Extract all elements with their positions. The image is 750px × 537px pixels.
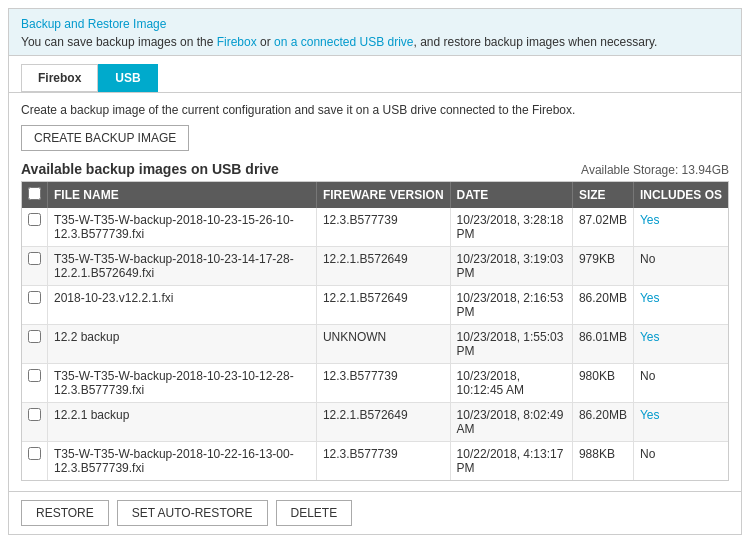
row-checkbox-cell xyxy=(22,442,48,481)
date-cell: 10/23/2018, 2:16:53 PM xyxy=(450,286,572,325)
date-cell: 10/23/2018, 10:12:45 AM xyxy=(450,364,572,403)
file-name-cell: 2018-10-23.v12.2.1.fxi xyxy=(48,286,317,325)
table-row: 12.2 backupUNKNOWN10/23/2018, 1:55:03 PM… xyxy=(22,325,728,364)
firmware-version-cell: UNKNOWN xyxy=(316,325,450,364)
includes-os-cell: No xyxy=(633,481,728,482)
date-cell: 10/23/2018, 8:02:49 AM xyxy=(450,403,572,442)
includes-os-cell: Yes xyxy=(633,325,728,364)
firebox-link[interactable]: Firebox xyxy=(217,35,257,49)
size-cell: 86.20MB xyxy=(572,286,633,325)
includes-os-cell: No xyxy=(633,247,728,286)
table-row: 12.2.1 backup12.2.1.B57264910/23/2018, 8… xyxy=(22,403,728,442)
col-size: SIZE xyxy=(572,182,633,208)
table-row: 2018-10-23.v12.2.1.fxi12.2.1.B57264910/2… xyxy=(22,286,728,325)
size-cell: 980KB xyxy=(572,364,633,403)
file-name-cell: T35-W-T35-W-backup-2018-10-23-10-12-28-1… xyxy=(48,364,317,403)
date-cell: 10/22/2018, 4:13:17 PM xyxy=(450,442,572,481)
firmware-version-cell: 12.3.B576220 xyxy=(316,481,450,482)
tabs-row: Firebox USB xyxy=(9,56,741,93)
backup-table: FILE NAME FIREWARE VERSION DATE SIZE INC… xyxy=(22,182,728,481)
size-cell: 86.01MB xyxy=(572,325,633,364)
firmware-version-cell: 12.3.B577739 xyxy=(316,364,450,403)
row-checkbox[interactable] xyxy=(28,291,41,304)
delete-button[interactable]: DELETE xyxy=(276,500,353,526)
table-row: T35-W-T35-W-backup-2018-10-23-10-12-28-1… xyxy=(22,364,728,403)
row-checkbox-cell xyxy=(22,403,48,442)
row-checkbox[interactable] xyxy=(28,330,41,343)
file-name-cell: T35-W-T35-W-backup-2018-10-09-08-45-18-1… xyxy=(48,481,317,482)
includes-os-cell: Yes xyxy=(633,286,728,325)
bottom-buttons: RESTORE SET AUTO-RESTORE DELETE xyxy=(9,491,741,534)
table-row: T35-W-T35-W-backup-2018-10-23-15-26-10-1… xyxy=(22,208,728,247)
row-checkbox[interactable] xyxy=(28,213,41,226)
description-post: , and restore backup images when necessa… xyxy=(413,35,657,49)
file-name-cell: T35-W-T35-W-backup-2018-10-23-14-17-28-1… xyxy=(48,247,317,286)
table-header-row: Available backup images on USB drive Ava… xyxy=(21,161,729,177)
usb-description: Create a backup image of the current con… xyxy=(21,103,729,117)
size-cell: 988KB xyxy=(572,442,633,481)
row-checkbox[interactable] xyxy=(28,408,41,421)
col-firmware-version: FIREWARE VERSION xyxy=(316,182,450,208)
row-checkbox[interactable] xyxy=(28,369,41,382)
includes-os-cell: No xyxy=(633,364,728,403)
row-checkbox-cell xyxy=(22,481,48,482)
description-pre: You can save backup images on the xyxy=(21,35,217,49)
size-cell: 988KB xyxy=(572,481,633,482)
tab-firebox[interactable]: Firebox xyxy=(21,64,98,92)
table-body: T35-W-T35-W-backup-2018-10-23-15-26-10-1… xyxy=(22,208,728,481)
date-cell: 10/22/2018, 2:25:03 PM xyxy=(450,481,572,482)
table-row: T35-W-T35-W-backup-2018-10-23-14-17-28-1… xyxy=(22,247,728,286)
includes-os-cell: Yes xyxy=(633,208,728,247)
size-cell: 979KB xyxy=(572,247,633,286)
file-name-cell: T35-W-T35-W-backup-2018-10-23-15-26-10-1… xyxy=(48,208,317,247)
description-mid: or xyxy=(257,35,274,49)
date-cell: 10/23/2018, 3:28:18 PM xyxy=(450,208,572,247)
size-cell: 86.20MB xyxy=(572,403,633,442)
tab-usb[interactable]: USB xyxy=(98,64,157,92)
select-all-checkbox[interactable] xyxy=(28,187,41,200)
firmware-version-cell: 12.2.1.B572649 xyxy=(316,247,450,286)
file-name-cell: 12.2 backup xyxy=(48,325,317,364)
table-title: Available backup images on USB drive xyxy=(21,161,279,177)
row-checkbox-cell xyxy=(22,247,48,286)
row-checkbox-cell xyxy=(22,286,48,325)
col-includes-os: INCLUDES OS xyxy=(633,182,728,208)
row-checkbox[interactable] xyxy=(28,447,41,460)
firmware-version-cell: 12.3.B577739 xyxy=(316,208,450,247)
available-storage: Available Storage: 13.94GB xyxy=(581,163,729,177)
row-checkbox-cell xyxy=(22,325,48,364)
date-cell: 10/23/2018, 3:19:03 PM xyxy=(450,247,572,286)
firmware-version-cell: 12.3.B577739 xyxy=(316,442,450,481)
restore-button[interactable]: RESTORE xyxy=(21,500,109,526)
date-cell: 10/23/2018, 1:55:03 PM xyxy=(450,325,572,364)
row-checkbox-cell xyxy=(22,208,48,247)
row-checkbox[interactable] xyxy=(28,252,41,265)
table-row: T35-W-T35-W-backup-2018-10-09-08-45-18-1… xyxy=(22,481,728,482)
page-description: You can save backup images on the Firebo… xyxy=(21,35,729,49)
main-container: Backup and Restore Image You can save ba… xyxy=(8,8,742,535)
set-auto-restore-button[interactable]: SET AUTO-RESTORE xyxy=(117,500,268,526)
file-name-cell: 12.2.1 backup xyxy=(48,403,317,442)
usb-link[interactable]: on a connected USB drive xyxy=(274,35,413,49)
firmware-version-cell: 12.2.1.B572649 xyxy=(316,286,450,325)
col-file-name: FILE NAME xyxy=(48,182,317,208)
firmware-version-cell: 12.2.1.B572649 xyxy=(316,403,450,442)
content-area: Create a backup image of the current con… xyxy=(9,93,741,491)
table-row: T35-W-T35-W-backup-2018-10-22-16-13-00-1… xyxy=(22,442,728,481)
col-check xyxy=(22,182,48,208)
top-header: Backup and Restore Image You can save ba… xyxy=(9,9,741,56)
size-cell: 87.02MB xyxy=(572,208,633,247)
file-name-cell: T35-W-T35-W-backup-2018-10-22-16-13-00-1… xyxy=(48,442,317,481)
breadcrumb[interactable]: Backup and Restore Image xyxy=(21,17,166,31)
row-checkbox-cell xyxy=(22,364,48,403)
table-header: FILE NAME FIREWARE VERSION DATE SIZE INC… xyxy=(22,182,728,208)
includes-os-cell: No xyxy=(633,442,728,481)
col-date: DATE xyxy=(450,182,572,208)
create-backup-button[interactable]: CREATE BACKUP IMAGE xyxy=(21,125,189,151)
backup-table-wrapper[interactable]: FILE NAME FIREWARE VERSION DATE SIZE INC… xyxy=(21,181,729,481)
includes-os-cell: Yes xyxy=(633,403,728,442)
